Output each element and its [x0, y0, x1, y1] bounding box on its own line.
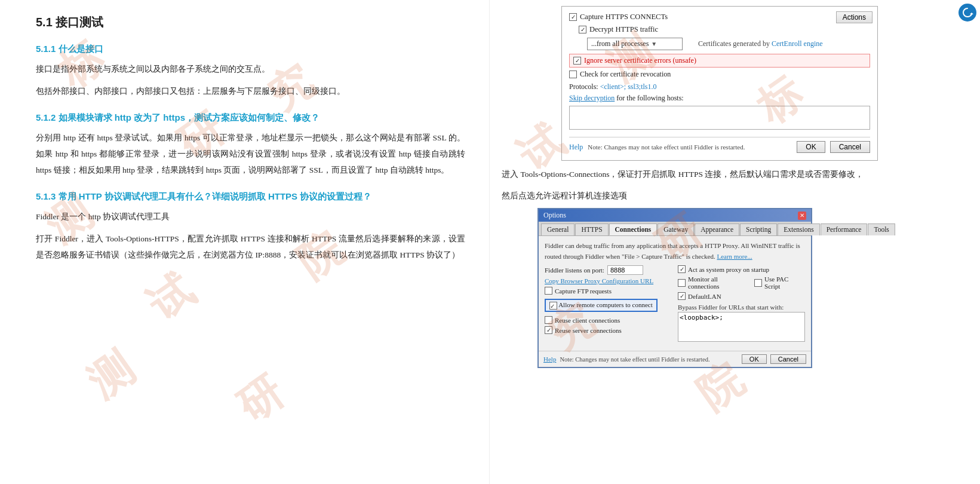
svg-point-0 — [960, 5, 975, 20]
skip-decryption-row: Skip decryption for the following hosts: — [569, 94, 870, 103]
reuse-server-cb[interactable]: Reuse server connections — [545, 326, 672, 334]
tab-general[interactable]: General — [541, 223, 575, 235]
monitor-row: Monitor all connections Use PAC Script — [678, 275, 805, 290]
options-close-button[interactable]: ✕ — [798, 212, 806, 220]
tab-appearance[interactable]: Appearance — [695, 223, 739, 235]
sub1-title: 5.1.1 什么是接口 — [36, 44, 465, 55]
capture-https-checkmark — [569, 13, 577, 21]
act-system-proxy-cb[interactable]: Act as system proxy on startup — [678, 265, 805, 273]
tab-performance[interactable]: Performance — [821, 223, 868, 235]
actions-button[interactable]: Actions — [836, 11, 873, 23]
copy-proxy-link[interactable]: Copy Browser Proxy Configuration URL — [545, 277, 653, 284]
allow-remote-row: Allow remote computers to connect — [545, 299, 672, 312]
dropdown-arrow-icon: ▼ — [651, 41, 657, 47]
options-help-link[interactable]: Help — [543, 356, 556, 363]
section-title: 5.1 接口测试 — [36, 14, 465, 30]
monitor-all-cb[interactable]: Monitor all connections — [678, 275, 749, 290]
reuse-client-label: Reuse client connections — [555, 317, 620, 324]
ignore-cert-label: Ignore server certificate errors (unsafe… — [584, 56, 696, 65]
monitor-all-checkmark — [678, 279, 686, 287]
ignore-cert-row: Ignore server certificate errors (unsafe… — [569, 54, 870, 68]
default-lan-checkmark — [678, 292, 686, 300]
options-ok-button[interactable]: OK — [742, 354, 767, 364]
check-revocation-label: Check for certificate revocation — [580, 70, 671, 79]
sub1-p1: 接口是指外部系统与系统之间以及内部各子系统之间的交互点。 — [36, 61, 465, 77]
options-title: Options — [543, 211, 566, 220]
port-field: Fiddler listens on port: — [545, 265, 672, 275]
top-dialog-cancel-button[interactable]: Cancel — [830, 141, 870, 153]
top-dialog-footer: Help Note: Changes may not take effect u… — [569, 137, 870, 153]
default-lan-label: DefaultLAN — [688, 293, 721, 300]
capture-https-label: Capture HTTPS CONNECTs — [580, 13, 668, 22]
monitor-all-label: Monitor all connections — [688, 275, 749, 290]
use-pac-checkmark — [754, 279, 762, 287]
options-desc: Fiddler can debug traffic from any appli… — [545, 241, 805, 262]
allow-remote-checkmark — [549, 302, 557, 310]
port-input[interactable] — [607, 265, 643, 275]
ignore-cert-checkmark[interactable] — [573, 57, 581, 65]
default-lan-cb[interactable]: DefaultLAN — [678, 292, 805, 300]
process-dropdown-value: ...from all processes — [591, 39, 649, 48]
options-dialog: Options ✕ General HTTPS Connections Gate… — [537, 208, 812, 368]
check-revocation-checkmark[interactable] — [569, 71, 577, 78]
top-dialog-ok-button[interactable]: OK — [797, 141, 825, 153]
copy-proxy-row: Copy Browser Proxy Configuration URL — [545, 277, 672, 284]
right-desc1: 进入 Tools-Options-Connections，保证打开启抓取 HTT… — [502, 167, 962, 182]
tab-tools[interactable]: Tools — [868, 223, 895, 235]
tab-scripting[interactable]: Scripting — [740, 223, 777, 235]
tab-https[interactable]: HTTPS — [575, 223, 608, 235]
capture-ftp-label: Capture FTP requests — [555, 287, 612, 295]
tab-connections[interactable]: Connections — [609, 223, 658, 235]
options-body: Fiddler can debug traffic from any appli… — [539, 236, 811, 351]
right-panel: 测 试 研 究 院 标 Actions Capture HTTPS CONNEC… — [490, 0, 980, 484]
capture-https-checkbox[interactable]: Capture HTTPS CONNECTs — [569, 13, 668, 22]
decrypt-https-checkmark — [579, 26, 586, 33]
refresh-icon — [959, 4, 976, 21]
capture-ftp-checkmark — [545, 287, 552, 295]
decrypt-https-label: Decrypt HTTPS traffic — [589, 25, 658, 34]
sub3-title: 5.1.3 常用 HTTP 协议调试代理工具有什么？详细说明抓取 HTTPS 协… — [36, 191, 465, 203]
act-system-proxy-label: Act as system proxy on startup — [688, 266, 769, 273]
allow-remote-button[interactable]: Allow remote computers to connect — [545, 299, 658, 312]
options-note: Note: Changes may not take effect until … — [560, 356, 738, 363]
use-pac-label: Use PAC Script — [764, 275, 805, 290]
protocols-row: Protocols: <client>; ssl3;tls1.0 — [569, 82, 870, 91]
sub3-p2: 打开 Fiddler，进入 Tools-Options-HTTPS，配置允许抓取… — [36, 231, 465, 263]
bypass-textarea[interactable]: <loopback>; — [678, 312, 805, 342]
sub1-p2: 包括外部接口、内部接口，内部接口又包括：上层服务与下层服务接口、同级接口。 — [36, 83, 465, 99]
process-dropdown[interactable]: ...from all processes ▼ — [587, 38, 683, 50]
options-tabs: General HTTPS Connections Gateway Appear… — [539, 222, 811, 236]
options-footer: Help Note: Changes may not take effect u… — [539, 351, 811, 367]
capture-ftp-cb[interactable]: Capture FTP requests — [545, 287, 672, 295]
right-desc2: 然后点选允许远程计算机连接选项 — [502, 188, 962, 204]
options-right-col: Act as system proxy on startup Monitor a… — [678, 265, 805, 343]
left-panel: 标 研 测 试 究 院 测 研 5.1 接口测试 5.1.1 什么是接口 接口是… — [0, 0, 490, 484]
options-left-col: Fiddler listens on port: Copy Browser Pr… — [545, 265, 672, 343]
act-system-proxy-checkmark — [678, 265, 686, 273]
protocols-link[interactable]: <client>; ssl3;tls1.0 — [600, 82, 657, 91]
blue-circle-icon — [959, 4, 976, 22]
decrypt-https-checkbox[interactable]: Decrypt HTTPS traffic — [579, 25, 658, 34]
cert-enroll-link[interactable]: CertEnroll engine — [772, 39, 823, 48]
sub2-title: 5.1.2 如果模块请求 http 改为了 https，测试方案应该如何制定、修… — [36, 112, 465, 124]
top-dialog-help-link[interactable]: Help — [569, 143, 583, 152]
allow-remote-label: Allow remote computers to connect — [558, 301, 653, 308]
reuse-server-label: Reuse server connections — [555, 327, 622, 334]
reuse-client-cb[interactable]: Reuse client connections — [545, 316, 672, 324]
cert-info: Certificates generated by CertEnroll eng… — [698, 39, 823, 48]
bypass-section: Bypass Fiddler for URLs that start with:… — [678, 304, 805, 343]
options-titlebar: Options ✕ — [539, 209, 811, 222]
bypass-label: Bypass Fiddler for URLs that start with: — [678, 304, 805, 311]
tab-extensions[interactable]: Extensions — [778, 223, 819, 235]
skip-hosts-textarea[interactable] — [569, 106, 870, 130]
options-cancel-button[interactable]: Cancel — [770, 354, 806, 364]
fiddler-https-dialog: Actions Capture HTTPS CONNECTs Decrypt H… — [561, 6, 878, 161]
check-revocation-row: Check for certificate revocation — [569, 70, 870, 79]
learn-more-link[interactable]: Learn more... — [717, 253, 752, 260]
sub2-p1: 分别用 http 还有 https 登录试试。如果用 https 可以正常登录，… — [36, 130, 465, 178]
sub3-p1: Fiddler 是一个 http 协议调试代理工具 — [36, 209, 465, 225]
use-pac-cb[interactable]: Use PAC Script — [754, 275, 805, 290]
tab-gateway[interactable]: Gateway — [658, 223, 694, 235]
skip-decryption-link[interactable]: Skip decryption — [569, 94, 615, 102]
port-label: Fiddler listens on port: — [545, 266, 604, 274]
